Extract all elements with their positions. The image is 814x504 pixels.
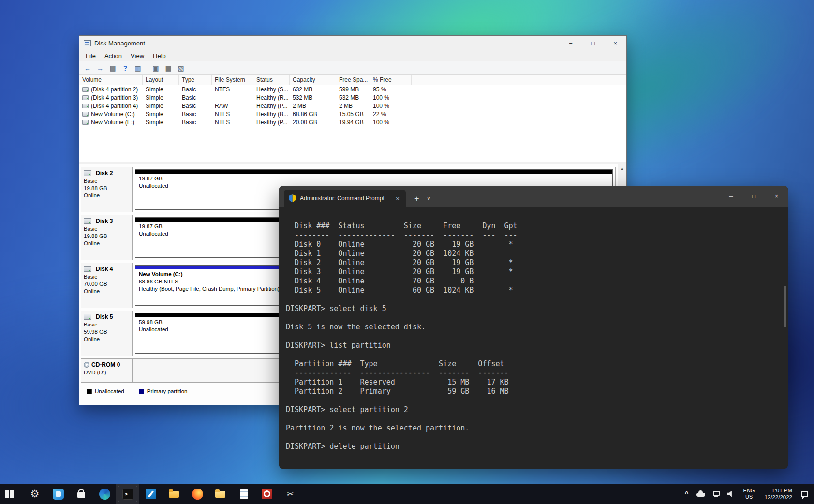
cdrom-media: DVD (D:): [84, 369, 130, 376]
volume-row[interactable]: (Disk 4 partition 3)SimpleBasicHealthy (…: [79, 93, 626, 102]
terminal-line: DISKPART> list partition: [286, 341, 788, 350]
disk-detail: Online: [84, 288, 130, 295]
speaker-icon: [727, 491, 735, 497]
terminal-maximize-button[interactable]: □: [742, 186, 765, 207]
help-icon[interactable]: ?: [120, 63, 131, 74]
terminal-line: [286, 350, 788, 359]
terminal-minimize-button[interactable]: ─: [720, 186, 742, 207]
volume-cell: Simple: [143, 103, 179, 109]
volume-icon: [82, 112, 89, 117]
dm-toolbar: ←→▤?▥▣▦▧: [79, 61, 626, 75]
volume-cell: Simple: [143, 94, 179, 101]
taskbar-app-notepad[interactable]: [232, 484, 255, 504]
taskbar-app-command-prompt[interactable]: [116, 484, 139, 504]
admin-shield-icon: [289, 194, 296, 202]
console-tree-icon[interactable]: ▤: [107, 63, 118, 74]
tray-overflow-chevron[interactable]: ^: [681, 484, 692, 504]
tab-close-icon[interactable]: ×: [393, 194, 402, 203]
terminal-close-button[interactable]: ×: [765, 186, 788, 207]
terminal-line: Disk 5 is now the selected disk.: [286, 323, 788, 332]
column-header-volume[interactable]: Volume: [79, 75, 143, 85]
legend-item-unallocated: Unallocated: [87, 388, 124, 394]
column-header-capacity[interactable]: Capacity: [290, 75, 336, 85]
menu-item-help[interactable]: Help: [148, 52, 170, 59]
taskbar-app-office[interactable]: [255, 484, 279, 504]
taskbar-app-folder[interactable]: [209, 484, 232, 504]
new-tab-button[interactable]: +: [414, 195, 419, 203]
cdrom-info-panel[interactable]: CD-ROM 0 DVD (D:): [81, 359, 133, 382]
terminal-tabbar[interactable]: Administrator: Command Prompt × + ∨ ─ □ …: [279, 186, 788, 207]
disk-management-titlebar[interactable]: Disk Management − □ ×: [79, 36, 626, 50]
column-header-free-spa[interactable]: Free Spa...: [336, 75, 370, 85]
terminal-tab[interactable]: Administrator: Command Prompt ×: [284, 190, 406, 207]
disk-detail: Basic: [84, 225, 130, 233]
disk-info-panel[interactable]: Disk 3Basic19.88 GBOnline: [81, 215, 133, 260]
disk-detail: Online: [84, 192, 130, 199]
onedrive-icon[interactable]: [693, 484, 709, 504]
column-header-filler: [412, 75, 626, 85]
column-header-type[interactable]: Type: [179, 75, 212, 85]
properties-icon[interactable]: ▣: [150, 63, 161, 74]
terminal-line: [286, 433, 788, 442]
column-header-free[interactable]: % Free: [370, 75, 412, 85]
cdrom-name: CD-ROM 0: [91, 361, 120, 368]
volume-row[interactable]: New Volume (C:)SimpleBasicNTFSHealthy (B…: [79, 110, 626, 118]
volume-icon: [82, 87, 89, 92]
volume-row[interactable]: (Disk 4 partition 4)SimpleBasicRAWHealth…: [79, 102, 626, 110]
taskbar-app-store[interactable]: [70, 484, 93, 504]
action-icon[interactable]: ▦: [163, 63, 174, 74]
firefox-icon: [192, 489, 203, 500]
volume-row[interactable]: (Disk 4 partition 2)SimpleBasicNTFSHealt…: [79, 85, 626, 93]
taskbar-app-snipping-tool[interactable]: [279, 484, 302, 504]
taskbar-app-photos[interactable]: [46, 484, 70, 504]
taskbar-app-edge[interactable]: [93, 484, 116, 504]
disk-info-panel[interactable]: Disk 4Basic70.00 GBOnline: [81, 263, 133, 308]
volume-cell: (Disk 4 partition 2): [79, 86, 143, 93]
clock[interactable]: 1:01 PM 12/22/2022: [759, 487, 797, 501]
column-header-layout[interactable]: Layout: [143, 75, 179, 85]
taskbar: ^ ENG US 1:01 PM 12/22/2022: [0, 484, 814, 504]
menu-item-file[interactable]: File: [81, 52, 100, 59]
terminal-scrollbar[interactable]: [784, 286, 786, 327]
volume-cell: 2 MB: [336, 103, 370, 109]
tab-dropdown-icon[interactable]: ∨: [427, 196, 430, 201]
volume-cell: Simple: [143, 119, 179, 126]
photos-icon: [53, 489, 64, 500]
volume-cell: (Disk 4 partition 4): [79, 103, 143, 109]
volume-cell: 532 MB: [290, 94, 336, 101]
volume-tray-icon[interactable]: [724, 484, 739, 504]
start-button[interactable]: [0, 484, 23, 504]
terminal-content[interactable]: Disk ### Status Size Free Dyn Gpt ------…: [279, 207, 788, 469]
disk-info-panel[interactable]: Disk 2Basic19.88 GBOnline: [81, 167, 133, 212]
language-indicator[interactable]: ENG US: [739, 488, 760, 500]
terminal-line: [286, 313, 788, 323]
vscode-icon: [146, 489, 156, 499]
back-icon[interactable]: ←: [82, 63, 93, 74]
dm-menubar: FileActionViewHelp: [79, 50, 626, 61]
terminal-line: ------------- ---------------- ------- -…: [286, 369, 788, 378]
column-header-file-system[interactable]: File System: [212, 75, 253, 85]
taskbar-app-vscode[interactable]: [139, 484, 163, 504]
menu-item-view[interactable]: View: [126, 52, 148, 59]
volume-row[interactable]: New Volume (E:)SimpleBasicNTFSHealthy (P…: [79, 118, 626, 126]
terminal-output: Disk ### Status Size Free Dyn Gpt ------…: [286, 222, 788, 451]
action-center-button[interactable]: [797, 484, 812, 504]
menu-item-action[interactable]: Action: [100, 52, 126, 59]
folder-icon: [214, 488, 227, 500]
column-header-status[interactable]: Status: [253, 75, 290, 85]
layout-icon[interactable]: ▧: [176, 63, 186, 74]
dm-close-button[interactable]: ×: [604, 36, 626, 50]
dm-minimize-button[interactable]: −: [560, 36, 582, 50]
taskbar-app-file-explorer[interactable]: [163, 484, 186, 504]
taskbar-app-firefox[interactable]: [186, 484, 209, 504]
dm-maximize-button[interactable]: □: [582, 36, 604, 50]
export-list-icon[interactable]: ▥: [133, 63, 143, 74]
terminal-line: DISKPART> delete partition: [286, 442, 788, 451]
network-icon[interactable]: [709, 484, 724, 504]
disk-info-panel[interactable]: Disk 5Basic59.98 GBOnline: [81, 311, 133, 356]
taskbar-app-settings[interactable]: [23, 484, 46, 504]
disk-icon: [84, 218, 91, 224]
legend-item-primary-partition: Primary partition: [139, 388, 188, 394]
forward-icon[interactable]: →: [95, 63, 105, 74]
disk-detail: Online: [84, 336, 130, 343]
